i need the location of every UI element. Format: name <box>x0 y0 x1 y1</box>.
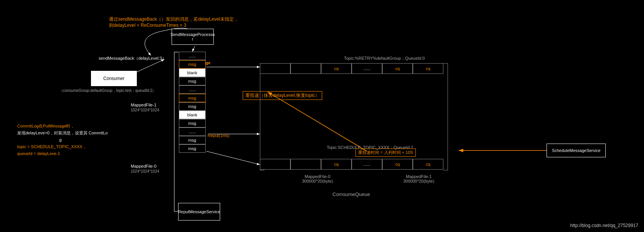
top-note-1: 通过sendMessageBack（）发回的消息，若delayLevel未指定， <box>109 16 238 23</box>
retry-topic-label: Topic:%RETRY%defaultGroup；QueueId:0 <box>344 56 425 61</box>
mappedfile0-size: 1024*1024*1024 <box>131 169 159 173</box>
cell-msg-1: msg <box>179 60 206 69</box>
consume-queue-label: ComsumeQueue <box>333 191 370 197</box>
retry-qcell-cq3: cq <box>413 63 443 74</box>
cell-0: ...... <box>179 52 206 60</box>
retry-qcell-cq2: cq <box>382 63 413 74</box>
commitlog-column: ...... msg blank msg ...... msg msg blan… <box>179 52 206 153</box>
retry-qcell-cq: cq <box>321 63 352 74</box>
sch-qcell-1 <box>290 159 321 170</box>
sch-qcell-0 <box>260 159 290 170</box>
schedule-service-label: ScheduleMessageService <box>552 148 600 153</box>
cell-blank-1: blank <box>179 69 206 77</box>
cell-dots-2: ...... <box>179 85 206 94</box>
send-message-processor-box: SendMessageProcessor <box>172 29 214 45</box>
cell-msg-5: msg <box>179 119 206 127</box>
retry-qcell-dots: ...... <box>352 63 382 74</box>
cell-msg-7: msg <box>179 144 206 153</box>
cell-blank-2: blank <box>179 111 206 119</box>
retry-qcell-1 <box>290 63 321 74</box>
reput-service-box: ReputMessageService <box>178 203 220 221</box>
queue-bracket-right <box>443 63 448 170</box>
sch-qcell-dots: ...... <box>352 159 382 170</box>
commitlog-note: CommitLog在PutMessage时， 发现delayLeve>0，封装消… <box>17 123 108 157</box>
diagram-container: 通过sendMessageBack（）发回的消息，若delayLevel未指定，… <box>0 0 644 232</box>
retry-qcell-0 <box>260 63 290 74</box>
url-label: http://blog.csdn.net/qq_27529917 <box>570 223 638 228</box>
cell-msg-4: msg <box>179 102 206 111</box>
queue-bracket-left <box>260 63 264 170</box>
send-message-processor-label: SendMessageProcessor <box>170 32 215 41</box>
cell-msg-3: msg <box>179 94 206 102</box>
cq-mappedfile1-label: MappedFile-1 300000*20(byte) <box>403 174 434 183</box>
send-message-back-label: sendMessageBack（delayLevel:3） <box>99 56 166 61</box>
mappedfile0-label: MappedFile-0 <box>131 164 156 168</box>
mappedfile1-label: MappedFile-1 <box>131 103 156 107</box>
cq-mappedfile0-label: MappedFile-0 300000*20(byte) <box>302 174 333 183</box>
mappedfile1-size: 1024*1024*1024 <box>131 108 159 112</box>
cell-msg-2: msg <box>179 77 206 85</box>
schedule-service-box: ScheduleMessageService <box>547 144 606 157</box>
schedule-queue-row: cq ...... cq cq <box>260 159 443 170</box>
consumer-label: Consumer <box>103 76 124 81</box>
cell-dots-3: ...... <box>179 127 206 136</box>
sch-qcell-cq: cq <box>321 159 352 170</box>
consumer-detail: （consumeGroup:defaultGroup，topic:test；qu… <box>59 88 140 93</box>
redirect-time-label: 重投递时间 = 入列时间 + 10S <box>355 149 416 157</box>
reput-label: Reput(1ms) <box>208 133 229 138</box>
sch-qcell-cq3: cq <box>413 159 443 170</box>
consumer-box: Consumer <box>91 71 137 86</box>
redirect-label: 重投递（抹去delayLevel,恢复topic） <box>243 91 322 100</box>
sch-qcell-cq2: cq <box>382 159 413 170</box>
top-note-2: 则delayLevel = ReConsumeTimes + 3 <box>109 22 186 29</box>
reput-service-label: ReputMessageService <box>178 209 221 214</box>
cell-msg-6: msg <box>179 136 206 144</box>
commitlog-bracket <box>174 52 178 212</box>
retry-queue-row: cq ...... cq cq <box>260 63 443 74</box>
